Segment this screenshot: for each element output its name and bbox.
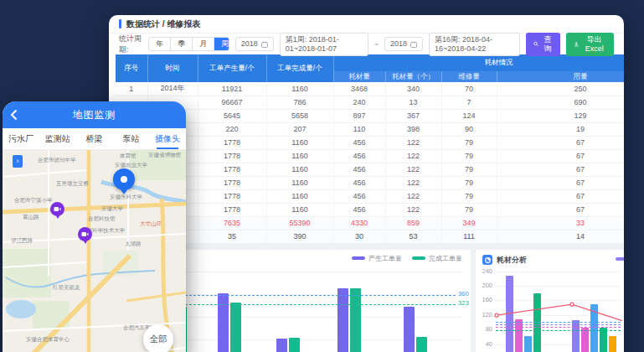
table-cell: 390 [266,230,333,243]
table-cell: 1160 [266,149,333,163]
pie-chart-icon [482,255,492,265]
table-cell: 5658 [266,109,333,122]
bar [590,304,598,352]
bar [524,336,532,352]
charts-strip: 产生工单量完成工单量 360323 耗材分析 2402001601208040 [109,244,624,352]
week-start-field[interactable]: 第1周: 2018-01-01~2018-01-07 [280,33,368,56]
year-start-select[interactable]: 2018 [235,37,274,51]
map-label: 合肥市宁溪小学 [14,197,53,204]
table-cell: 122 [385,176,441,189]
filter-label: 统计周期: [119,34,142,55]
camera-marker[interactable] [78,227,92,241]
phone-tab-摄像头[interactable]: 摄像头 [149,128,186,149]
table-cell: 79 [441,189,497,203]
table-cell: 1160 [266,203,333,216]
bar [572,320,580,352]
legend-dash [412,256,425,260]
table-row: 177811604561227967 [116,203,624,216]
table-average-row: 平均值35390305311114 [116,230,624,243]
map-label: 安徽医科大学 [110,194,142,201]
chevron-left-icon [10,109,18,121]
screenshot-stage: 数据统计 / 维修报表 统计周期: 年季月周日 2018 第1周: 2018-0… [0,0,644,352]
table-cell: 122 [385,136,441,149]
legend-dash [352,256,365,260]
y-axis-tick: 200 [477,282,492,289]
table-row: 56455658897367124129 [116,109,624,122]
map-label: 合肥科技馆 [88,215,116,223]
table-cell: 122 [385,189,441,203]
filter-bar: 统计周期: 年季月周日 2018 第1周: 2018-01-01~2018-01… [109,34,624,54]
map-label: 合肥市琥珀中学 [38,157,76,164]
table-cell: 30 [333,230,385,243]
bar [289,338,300,352]
map-view[interactable]: 合肥市琥珀中学体育馆安徽农业大学安徽省博物馆五里墩立交桥合肥市宁溪小学安徽大学合… [3,150,186,352]
table-cell: 79 [441,149,497,163]
camera-marker[interactable] [50,202,64,216]
phone-page-title: 地图监测 [73,108,116,122]
phone-tab-监测站[interactable]: 监测站 [39,128,76,149]
table-row: 12014年119211160346834070250 [116,82,624,96]
report-table: 序号 时间 工单产生量/个 工单完成量/个 耗材情况 耗材量 耗材量（个） 维修… [116,54,624,244]
table-cell: 79 [441,163,497,176]
week-end-field[interactable]: 第16周: 2018-04-16~2018-04-22 [429,33,521,56]
table-row: 177811604561227967 [116,163,624,176]
map-label: 体育馆 [120,153,137,160]
table-cell: 1778 [198,189,266,203]
col-group-consumables: 耗材情况 [333,54,624,71]
period-segment-周[interactable]: 周 [214,38,229,50]
calendar-icon [261,41,268,48]
map-label: 黄山路 [23,214,39,221]
consumables-chart-title: 耗材分析 [482,255,527,266]
table-row: 2202071103989019 [116,122,624,136]
table-cell: 55390 [266,216,333,230]
table-cell: 11921 [198,82,266,96]
col-header-time: 时间 [147,54,198,82]
period-segment-月[interactable]: 月 [193,38,214,50]
period-segment-年[interactable]: 年 [149,38,171,50]
query-button[interactable]: 查询 [526,33,560,56]
bar [337,288,348,352]
table-cell: 5645 [198,109,266,122]
table-cell: 122 [385,163,441,176]
table-total-row: 合计763555390433085934933 [116,216,624,230]
bar [581,328,589,352]
table-cell: 349 [441,216,497,230]
table-cell: 690 [497,96,624,109]
export-excel-button[interactable]: 导出Excel [566,33,614,56]
camera-icon [81,231,89,237]
search-icon [533,40,538,48]
reference-line [496,327,621,328]
selected-camera-marker[interactable] [113,168,135,190]
table-row: 177811604561227967 [116,149,624,163]
table-cell: 207 [266,122,333,136]
table-cell: 456 [333,203,385,216]
table-cell: 13 [385,96,441,109]
table-row: 177811604561227967 [116,136,624,149]
phone-overlay: 地图监测 污水厂监测站桥梁泵站摄像头 [3,101,186,352]
legend-item: 完成工单量 [412,254,462,263]
bar [506,276,513,352]
phone-tab-泵站[interactable]: 泵站 [112,128,149,149]
show-all-button[interactable]: 全部 [143,324,173,352]
table-cell: 456 [333,176,385,189]
table-cell: 1160 [266,189,333,203]
report-table-wrap: 序号 时间 工单产生量/个 工单完成量/个 耗材情况 耗材量 耗材量（个） 维修… [116,54,624,244]
table-cell: 70 [441,82,497,96]
calendar-icon [410,41,417,48]
range-tilde: ~ [374,40,379,49]
table-cell: 110 [333,122,385,136]
y-axis-tick: 40 [477,341,492,348]
map-label: 安徽大学 [101,205,123,213]
table-cell: 7 [441,96,497,109]
table-cell: 1778 [198,176,266,189]
table-cell: 122 [385,203,441,216]
back-button[interactable] [10,108,23,122]
bar [416,337,427,352]
panel-expander-button[interactable]: › [13,155,23,168]
bar [230,303,241,352]
year-end-select[interactable]: 2018 [384,37,423,51]
phone-tab-桥梁[interactable]: 桥梁 [76,128,113,149]
period-segment-季[interactable]: 季 [171,38,193,50]
reference-line-label: 360 [458,291,469,298]
phone-tab-污水厂[interactable]: 污水厂 [3,128,39,149]
